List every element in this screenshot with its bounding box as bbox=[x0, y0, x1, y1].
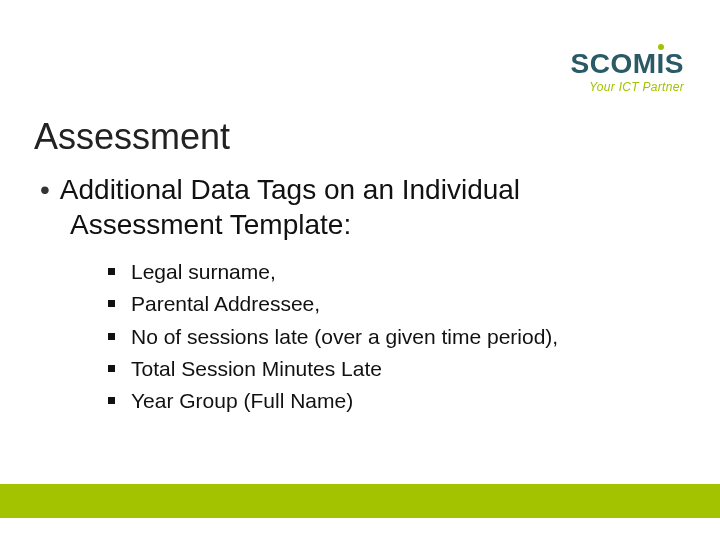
list-item-label: Total Session Minutes Late bbox=[131, 357, 382, 380]
square-bullet-icon bbox=[108, 397, 115, 404]
square-bullet-icon bbox=[108, 333, 115, 340]
list-item-label: Year Group (Full Name) bbox=[131, 389, 353, 412]
list-item: Parental Addressee, bbox=[108, 290, 558, 318]
main-bullet-line2: Assessment Template: bbox=[70, 207, 680, 242]
square-bullet-icon bbox=[108, 365, 115, 372]
footer-accent-bar bbox=[0, 484, 720, 518]
list-item: Year Group (Full Name) bbox=[108, 387, 558, 415]
logo-text: SCOMIS bbox=[571, 50, 684, 78]
slide-title: Assessment bbox=[34, 116, 230, 158]
list-item: Legal surname, bbox=[108, 258, 558, 286]
list-item-label: No of sessions late (over a given time p… bbox=[131, 325, 558, 348]
list-item: No of sessions late (over a given time p… bbox=[108, 323, 558, 351]
sub-bullet-list: Legal surname, Parental Addressee, No of… bbox=[108, 258, 558, 420]
logo-tagline: Your ICT Partner bbox=[571, 80, 684, 94]
brand-logo: SCOMIS Your ICT Partner bbox=[571, 50, 684, 94]
list-item-label: Parental Addressee, bbox=[131, 292, 320, 315]
main-bullet-line1: Additional Data Tags on an Individual bbox=[60, 174, 520, 205]
main-bullet: •Additional Data Tags on an Individual A… bbox=[40, 172, 680, 242]
list-item-label: Legal surname, bbox=[131, 260, 276, 283]
bullet-dot-icon: • bbox=[40, 174, 50, 205]
square-bullet-icon bbox=[108, 268, 115, 275]
list-item: Total Session Minutes Late bbox=[108, 355, 558, 383]
square-bullet-icon bbox=[108, 300, 115, 307]
